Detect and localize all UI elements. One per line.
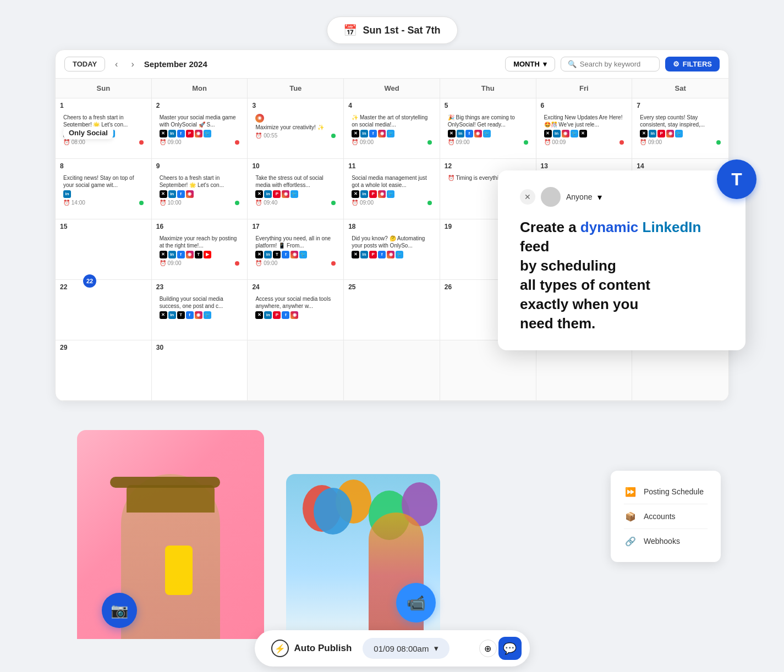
- linkedin-text: LinkedIn: [643, 219, 701, 235]
- day-cell-23[interactable]: 23 Building your social media success, o…: [152, 280, 248, 340]
- calendar-month-title: September 2024: [144, 59, 207, 69]
- date-time-value: 01/09 08:00am: [374, 644, 429, 653]
- status-dot: [427, 201, 432, 205]
- day-cell-15[interactable]: 15: [56, 219, 152, 280]
- chevron-down-icon: ▾: [434, 643, 438, 653]
- event-card[interactable]: Access your social media tools anywhere,…: [252, 293, 339, 321]
- filter-icon: ⚙: [673, 60, 679, 68]
- day-cell-10[interactable]: 10 Take the stress out of social media w…: [248, 159, 344, 219]
- dynamic-text: dynamic: [580, 219, 639, 235]
- calendar-header: TODAY ‹ › September 2024 MONTH ▾ 🔍 ⚙ FIL…: [56, 50, 728, 79]
- search-box[interactable]: 🔍: [561, 57, 660, 71]
- day-cell-5[interactable]: 5 🎉 Big things are coming to OnlySocial!…: [440, 98, 536, 159]
- day-header-thu: Thu: [440, 79, 536, 98]
- status-dot: [139, 201, 144, 205]
- today-button[interactable]: TODAY: [64, 57, 105, 71]
- date-range-pill[interactable]: 📅 Sun 1st - Sat 7th: [326, 16, 457, 44]
- instagram-post-icon: ◉: [255, 114, 264, 123]
- status-dot: [139, 140, 144, 145]
- zoom-video-button[interactable]: 📹: [396, 583, 436, 623]
- event-card[interactable]: Maximize your reach by posting at the ri…: [156, 233, 243, 269]
- status-dot: [235, 140, 239, 145]
- cal-header-left: TODAY ‹ › September 2024: [64, 57, 207, 71]
- week-badge: 22: [83, 274, 96, 288]
- day-cell-9[interactable]: 9 Cheers to a fresh start in September! …: [152, 159, 248, 219]
- auto-publish-left: ⚡ Auto Publish: [271, 640, 352, 657]
- event-card[interactable]: Everything you need, all in one platform…: [252, 233, 339, 269]
- accounts-item[interactable]: 📦 Accounts: [624, 504, 708, 529]
- event-card[interactable]: 🎉 Big things are coming to OnlySocial! G…: [445, 112, 531, 148]
- event-card[interactable]: Social media management just got a whole…: [348, 172, 435, 208]
- webhooks-icon: 🔗: [624, 535, 637, 548]
- day-cell-11[interactable]: 11 Social media management just got a wh…: [344, 159, 440, 219]
- day-header-mon: Mon: [152, 79, 248, 98]
- status-dot: [235, 201, 239, 205]
- date-range-text: Sun 1st - Sat 7th: [363, 25, 440, 36]
- event-card[interactable]: Did you know? 🤔 Automating your posts wi…: [348, 233, 435, 261]
- day-cell-8[interactable]: 8 Exciting news! Stay on top of your soc…: [56, 159, 152, 219]
- day-cell-6[interactable]: 6 Exciting New Updates Are Here! 🤩🎊 We'v…: [536, 98, 633, 159]
- month-view-select[interactable]: MONTH ▾: [505, 57, 555, 71]
- day-cell-25[interactable]: 25: [344, 280, 440, 340]
- day-cell-22[interactable]: 22 22: [56, 280, 152, 340]
- day-header-sat: Sat: [632, 79, 728, 98]
- calendar-icon: 📅: [343, 24, 357, 37]
- day-cell-7[interactable]: 7 Every step counts! Stay consistent, st…: [632, 98, 728, 159]
- chat-icon[interactable]: 💬: [498, 637, 522, 660]
- status-dot: [619, 140, 624, 145]
- day-cell-29[interactable]: 29: [56, 340, 152, 401]
- week-row-1: 1 Cheers to a fresh start in September! …: [56, 98, 728, 159]
- status-dot: [524, 140, 528, 145]
- day-header-sun: Sun: [56, 79, 152, 98]
- event-card[interactable]: Master your social media game with OnlyS…: [156, 112, 243, 148]
- event-card[interactable]: Exciting news! Stay on top of your socia…: [60, 172, 147, 208]
- day-cell-3[interactable]: 3 ◉ Maximize your creativity! ✨ ⏰ 00:55: [248, 98, 344, 159]
- day-cell-empty-1: [248, 340, 344, 401]
- accounts-label: Accounts: [644, 512, 676, 521]
- linkedin-overlay: T ✕ Anyone ▾ Create a dynamic LinkedIn f…: [498, 170, 745, 350]
- day-cell-2[interactable]: 2 Master your social media game with Onl…: [152, 98, 248, 159]
- chevron-down-icon: ▾: [597, 192, 602, 202]
- day-cell-4[interactable]: 4 ✨ Master the art of storytelling on so…: [344, 98, 440, 159]
- prev-arrow[interactable]: ‹: [112, 57, 121, 71]
- auto-publish-bar: ⚡ Auto Publish 01/09 08:00am ▾ ⊕ 💬: [255, 630, 530, 667]
- posting-panel: ⏩ Posting Schedule 📦 Accounts 🔗 Webhooks: [611, 471, 721, 562]
- posting-schedule-item[interactable]: ⏩ Posting Schedule: [624, 480, 708, 504]
- event-card[interactable]: Take the stress out of social media with…: [252, 172, 339, 208]
- chevron-down-icon: ▾: [543, 60, 547, 68]
- day-cell-24[interactable]: 24 Access your social media tools anywhe…: [248, 280, 344, 340]
- day-cell-17[interactable]: 17 Everything you need, all in one platf…: [248, 219, 344, 280]
- status-dot: [331, 201, 336, 205]
- webhooks-label: Webhooks: [644, 537, 680, 546]
- day-cell-30[interactable]: 30: [152, 340, 248, 401]
- event-card[interactable]: Exciting New Updates Are Here! 🤩🎊 We've …: [541, 112, 628, 148]
- filters-button[interactable]: ⚙ FILTERS: [665, 57, 720, 71]
- date-time-select[interactable]: 01/09 08:00am ▾: [363, 638, 449, 659]
- status-dot: [331, 134, 336, 138]
- event-card[interactable]: ◉ Maximize your creativity! ✨ ⏰ 00:55: [252, 112, 339, 141]
- posting-schedule-icon: ⏩: [624, 485, 637, 498]
- expand-icon[interactable]: ⊕: [479, 640, 497, 657]
- event-card[interactable]: Building your social media success, one …: [156, 293, 243, 321]
- auto-publish-icon: ⚡: [271, 640, 289, 657]
- camera-fab-button[interactable]: 📷: [102, 593, 137, 628]
- anyone-label: Anyone: [566, 192, 592, 201]
- t-icon: T: [717, 159, 756, 199]
- status-dot: [716, 140, 721, 145]
- close-button[interactable]: ✕: [520, 189, 535, 205]
- event-card[interactable]: Every step counts! Stay consistent, stay…: [637, 112, 724, 148]
- search-icon: 🔍: [568, 60, 577, 68]
- only-social-badge: Only Social: [63, 126, 113, 139]
- event-card[interactable]: ✨ Master the art of storytelling on soci…: [348, 112, 435, 148]
- day-headers-row: Sun Mon Tue Wed Thu Fri Sat: [56, 79, 728, 98]
- day-header-tue: Tue: [248, 79, 344, 98]
- day-cell-16[interactable]: 16 Maximize your reach by posting at the…: [152, 219, 248, 280]
- day-cell-18[interactable]: 18 Did you know? 🤔 Automating your posts…: [344, 219, 440, 280]
- event-card[interactable]: Cheers to a fresh start in September! 🌟 …: [156, 172, 243, 208]
- search-input[interactable]: [580, 60, 653, 68]
- next-arrow[interactable]: ›: [128, 57, 137, 71]
- page-wrapper: 📅 Sun 1st - Sat 7th TODAY ‹ › September …: [11, 11, 773, 672]
- overlay-header: ✕ Anyone ▾: [520, 187, 723, 207]
- webhooks-item[interactable]: 🔗 Webhooks: [624, 529, 708, 553]
- status-dot: [427, 140, 432, 145]
